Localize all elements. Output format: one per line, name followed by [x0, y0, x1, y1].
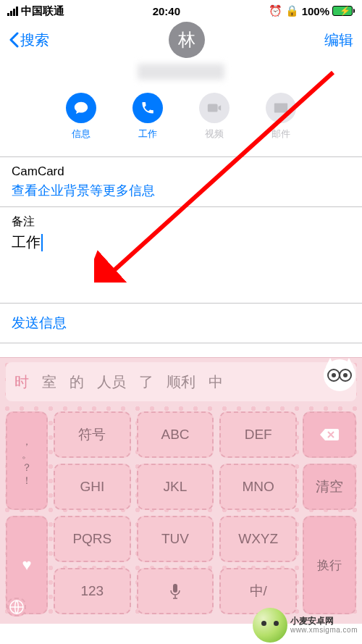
- contact-name-redacted: [138, 64, 224, 80]
- status-bar: 中国联通 20:40 ⏰ 🔒 100% ⚡: [0, 0, 362, 22]
- candidate-item[interactable]: 人员: [97, 372, 126, 392]
- candidate-item[interactable]: 时: [14, 372, 29, 392]
- candidate-item[interactable]: 室: [42, 372, 56, 392]
- alarm-icon: ⏰: [269, 4, 282, 17]
- nav-bar: 搜索 林 编辑: [0, 22, 362, 58]
- abc-key[interactable]: ABC: [137, 411, 214, 458]
- watermark-name: 小麦安卓网: [290, 616, 358, 626]
- backspace-key[interactable]: [303, 411, 356, 458]
- message-label: 信息: [72, 127, 90, 141]
- mail-icon: [266, 93, 296, 123]
- number-key[interactable]: 123: [54, 568, 131, 614]
- globe-icon: [9, 599, 25, 615]
- watermark-url: www.xmsigma.com: [290, 626, 358, 635]
- candidate-item[interactable]: 了: [139, 372, 153, 392]
- notes-value: 工作: [12, 233, 41, 252]
- svg-point-5: [343, 373, 348, 377]
- camcard-section[interactable]: CamCard 查看企业背景等更多信息: [0, 156, 362, 207]
- voice-key[interactable]: [137, 568, 214, 614]
- notes-label: 备注: [12, 214, 350, 230]
- enter-key[interactable]: 换行: [303, 516, 356, 614]
- mno-key[interactable]: MNO: [219, 464, 297, 510]
- mic-icon: [169, 583, 181, 599]
- jkl-key[interactable]: JKL: [137, 464, 214, 510]
- candidate-bar: 时 室 的 人员 了 顺利 中: [6, 362, 356, 401]
- camcard-link: 查看企业背景等更多信息: [12, 182, 350, 199]
- candidate-item[interactable]: 的: [70, 372, 84, 392]
- notes-section[interactable]: 备注 工作: [0, 207, 362, 304]
- watermark-logo: [253, 608, 287, 643]
- candidate-item[interactable]: 顺利: [167, 372, 195, 392]
- notes-input[interactable]: 工作: [12, 233, 350, 252]
- clear-key[interactable]: 清空: [303, 464, 356, 510]
- orientation-lock-icon: 🔒: [285, 4, 299, 17]
- video-button: 视频: [199, 93, 230, 141]
- signal-icon: [7, 7, 18, 16]
- symbols-key[interactable]: 符号: [54, 411, 131, 458]
- message-icon: [66, 93, 96, 123]
- avatar-initial: 林: [178, 28, 195, 51]
- camcard-title: CamCard: [12, 164, 350, 179]
- actions-row: 信息 工作 视频 邮件: [0, 93, 362, 141]
- message-button[interactable]: 信息: [66, 93, 96, 141]
- watermark: 小麦安卓网 www.xmsigma.com: [253, 608, 358, 643]
- mail-button: 邮件: [266, 93, 296, 141]
- back-label: 搜索: [20, 30, 49, 50]
- send-message-row[interactable]: 发送信息: [0, 304, 362, 343]
- backspace-icon: [319, 427, 340, 442]
- text-cursor: [41, 234, 43, 251]
- back-button[interactable]: 搜索: [9, 30, 49, 50]
- contact-avatar[interactable]: 林: [169, 22, 205, 58]
- call-label: 工作: [138, 127, 157, 141]
- phone-icon: [132, 93, 163, 123]
- svg-rect-6: [173, 584, 177, 593]
- clock: 20:40: [153, 5, 180, 17]
- svg-point-4: [332, 373, 336, 377]
- candidate-item[interactable]: 中: [209, 372, 223, 392]
- video-label: 视频: [205, 127, 224, 141]
- carrier-label: 中国联通: [21, 4, 64, 18]
- pqrs-key[interactable]: PQRS: [54, 516, 131, 562]
- battery-icon: ⚡: [332, 6, 355, 16]
- edit-button[interactable]: 编辑: [324, 30, 353, 50]
- video-icon: [199, 93, 230, 123]
- globe-key[interactable]: [7, 598, 26, 616]
- def-key[interactable]: DEF: [219, 411, 297, 458]
- chevron-left-icon: [9, 32, 19, 48]
- tuv-key[interactable]: TUV: [137, 516, 214, 562]
- mail-label: 邮件: [272, 127, 290, 141]
- battery-pct: 100%: [302, 5, 329, 17]
- heart-icon: ♥: [22, 556, 31, 574]
- mascot-icon: [319, 354, 361, 396]
- send-message-label: 发送信息: [12, 315, 67, 330]
- keyboard: 时 室 的 人员 了 顺利 中 ，。？！ 符号 ABC DEF GHI JKL …: [0, 357, 362, 624]
- punctuation-key[interactable]: ，。？！: [6, 411, 48, 510]
- ghi-key[interactable]: GHI: [54, 464, 131, 510]
- call-button[interactable]: 工作: [132, 93, 163, 141]
- wxyz-key[interactable]: WXYZ: [219, 516, 297, 562]
